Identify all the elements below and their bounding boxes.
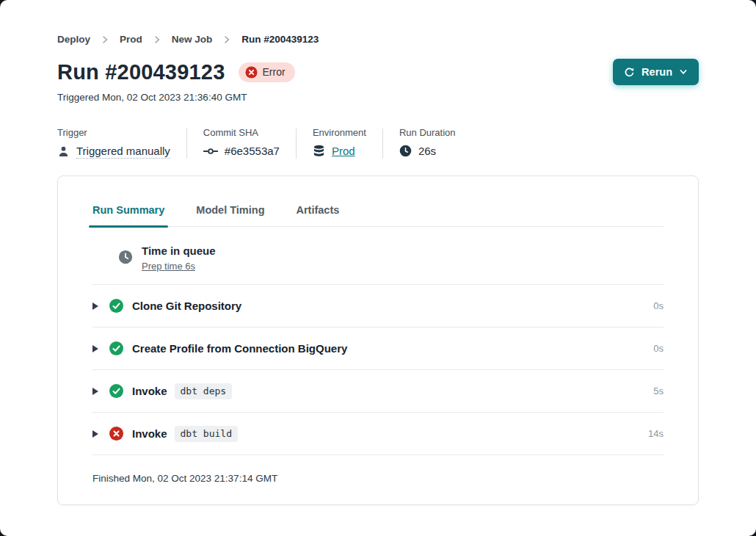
expand-caret-icon[interactable] [92,345,98,352]
run-detail-page: Deploy Prod New Job Run #200439123 Run #… [0,0,756,536]
run-summary-card: Run Summary Model Timing Artifacts Time … [57,175,699,505]
meta-divider [382,128,383,159]
status-badge: Error [239,62,295,82]
environment-link[interactable]: Prod [332,145,355,157]
breadcrumb-deploy[interactable]: Deploy [57,34,90,45]
meta-duration: Run Duration 26s [399,127,456,159]
prep-time-link[interactable]: Prep time 6s [142,261,216,272]
step-duration: 14s [648,428,664,439]
step-label: Clone Git Repository [132,300,241,312]
rerun-button[interactable]: Rerun [613,59,699,85]
finished-timestamp: Finished Mon, 02 Oct 2023 21:37:14 GMT [92,455,664,504]
meta-environment: Environment Prod [313,127,366,159]
status-badge-label: Error [263,66,286,78]
refresh-icon [624,67,635,78]
expand-caret-icon[interactable] [92,388,98,395]
commit-sha-value: #6e3553a7 [225,145,280,157]
success-check-icon [109,384,123,398]
step-label: Invoke [132,427,167,440]
step-duration: 0s [653,343,664,354]
success-check-icon [109,341,123,355]
header: Run #200439123 Error Rerun [57,59,699,85]
error-circle-icon [109,427,123,441]
step-duration: 0s [653,300,664,311]
page-title: Run #200439123 [57,60,225,84]
chevron-right-icon [101,35,109,44]
expand-caret-icon[interactable] [92,430,98,438]
step-command-chip: dbt deps [175,383,233,399]
meta-trigger-label: Trigger [57,127,170,138]
meta-divider [296,128,297,159]
meta-commit-label: Commit SHA [203,127,280,138]
step-row-clone-git[interactable]: Clone Git Repository 0s [92,285,664,327]
breadcrumb-new-job[interactable]: New Job [172,34,213,45]
tab-model-timing[interactable]: Model Timing [196,204,264,226]
success-check-icon [109,299,123,313]
step-row-dbt-build[interactable]: Invoke dbt build 14s [92,413,664,455]
breadcrumb-prod[interactable]: Prod [120,34,142,45]
error-circle-icon [245,66,258,79]
person-icon [57,145,70,158]
trigger-value[interactable]: Triggered manually [76,145,170,159]
chevron-right-icon [153,35,161,44]
run-meta: Trigger Triggered manually Commit SHA #6… [57,127,699,159]
chevron-down-icon [679,68,688,76]
time-in-queue-block: Time in queue Prep time 6s [92,227,664,285]
meta-environment-label: Environment [313,127,366,138]
rerun-button-label: Rerun [641,66,672,78]
commit-icon [203,147,218,156]
meta-commit: Commit SHA #6e3553a7 [203,127,280,159]
step-row-create-profile[interactable]: Create Profile from Connection BigQuery … [92,327,664,370]
tab-bar: Run Summary Model Timing Artifacts [92,176,664,227]
step-duration: 5s [653,385,664,396]
breadcrumb: Deploy Prod New Job Run #200439123 [57,0,699,45]
step-label: Create Profile from Connection BigQuery [132,342,347,355]
triggered-timestamp: Triggered Mon, 02 Oct 2023 21:36:40 GMT [57,92,699,103]
breadcrumb-current-run: Run #200439123 [241,34,319,45]
meta-trigger: Trigger Triggered manually [57,127,170,159]
step-label: Invoke [132,385,167,397]
run-duration-value: 26s [418,145,436,157]
database-icon [313,145,325,157]
meta-duration-label: Run Duration [399,127,456,138]
clock-icon [399,145,412,157]
tab-run-summary[interactable]: Run Summary [92,204,164,226]
step-command-chip: dbt build [175,426,238,442]
meta-divider [186,128,187,159]
queue-clock-icon [118,250,133,264]
queue-title: Time in queue [142,245,216,257]
chevron-right-icon [222,35,231,44]
tab-artifacts[interactable]: Artifacts [297,204,340,226]
expand-caret-icon[interactable] [92,303,98,310]
step-row-dbt-deps[interactable]: Invoke dbt deps 5s [92,370,664,413]
